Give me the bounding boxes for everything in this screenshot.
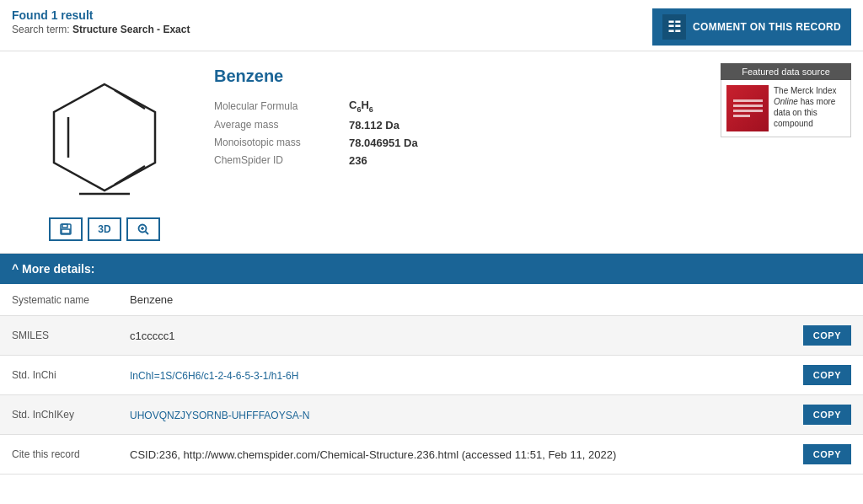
monoisotopic-mass-row: Monoisotopic mass 78.046951 Da [214, 134, 426, 152]
search-term-label: Search term: [12, 24, 70, 35]
structure-tools: 3D [49, 217, 159, 241]
details-table: Systematic nameBenzeneSMILESc1ccccc1COPY… [0, 284, 863, 475]
compound-detail-table: Molecular Formula C6H6 Average mass 78.1… [214, 96, 426, 169]
more-details-section: ^ More details: Systematic nameBenzeneSM… [0, 254, 863, 475]
details-row-value: c1ccccc1 [118, 316, 791, 356]
chemspider-id-value: 236 [349, 152, 426, 169]
save-button[interactable] [49, 217, 83, 241]
details-row: Std. InChIKeyUHOVQNZJYSORNB-UHFFFAOYSA-N… [0, 395, 863, 435]
details-row: Std. InChiInChI=1S/C6H6/c1-2-4-6-5-3-1/h… [0, 356, 863, 395]
featured-box: Featured data source The Merck Index Onl… [721, 63, 851, 241]
details-row-copy: COPY [791, 395, 863, 435]
book-line [733, 110, 763, 112]
details-row-label: Std. InChi [0, 356, 118, 395]
svg-line-9 [145, 232, 148, 235]
benzene-structure [24, 63, 185, 211]
copy-button[interactable]: COPY [803, 405, 851, 425]
book-img-inner [726, 85, 769, 131]
average-mass-value: 78.112 Da [349, 116, 426, 134]
save-icon [59, 223, 72, 236]
details-row-value: CSID:236, http://www.chemspider.com/Chem… [118, 435, 791, 475]
found-result: Found 1 result [12, 8, 190, 22]
benzene-svg [33, 67, 176, 206]
details-row-copy: COPY [791, 356, 863, 395]
details-row-value[interactable]: InChI=1S/C6H6/c1-2-4-6-5-3-1/h1-6H [118, 356, 791, 395]
search-info: Found 1 result Search term: Structure Se… [12, 8, 190, 35]
featured-label: Featured data source [721, 63, 851, 80]
details-row-label: Systematic name [0, 284, 118, 316]
compound-name: Benzene [214, 67, 704, 86]
inchi-link[interactable]: InChI=1S/C6H6/c1-2-4-6-5-3-1/h1-6H [130, 370, 298, 382]
average-mass-row: Average mass 78.112 Da [214, 116, 426, 134]
structure-box: 3D [12, 63, 197, 241]
book-line [733, 105, 763, 107]
more-details-title: ^ More details: [12, 262, 94, 276]
chemspider-id-row: ChemSpider ID 236 [214, 152, 426, 169]
svg-line-2 [115, 90, 145, 109]
svg-rect-6 [62, 224, 67, 228]
details-row-copy: COPY [791, 435, 863, 475]
search-term-value: Structure Search - Exact [72, 24, 190, 35]
comment-button[interactable]: ☷ COMMENT ON THIS RECORD [652, 8, 851, 46]
details-row-label: SMILES [0, 316, 118, 356]
monoisotopic-mass-label: Monoisotopic mass [214, 134, 349, 152]
search-zoom-button[interactable] [126, 217, 160, 241]
book-line [733, 99, 763, 102]
book-lines [733, 99, 763, 117]
molecular-formula-label: Molecular Formula [214, 96, 349, 116]
compound-details: Benzene Molecular Formula C6H6 Average m… [214, 63, 704, 241]
search-zoom-icon [137, 223, 150, 236]
details-row-copy: COPY [791, 316, 863, 356]
more-details-header[interactable]: ^ More details: [0, 254, 863, 284]
molecular-formula-row: Molecular Formula C6H6 [214, 96, 426, 116]
inchi-link[interactable]: UHOVQNZJYSORNB-UHFFFAOYSA-N [130, 410, 309, 421]
comment-doc-icon: ☷ [662, 14, 686, 40]
book-line [733, 115, 750, 117]
3d-button[interactable]: 3D [88, 217, 121, 241]
copy-button[interactable]: COPY [803, 444, 851, 464]
details-row-value: Benzene [118, 284, 791, 316]
svg-rect-7 [62, 229, 70, 233]
featured-text: The Merck Index Online has more data on … [774, 85, 845, 129]
details-row: Systematic nameBenzene [0, 284, 863, 316]
molecular-formula-value: C6H6 [349, 96, 426, 116]
details-row: SMILESc1ccccc1COPY [0, 316, 863, 356]
copy-button[interactable]: COPY [803, 365, 851, 385]
details-row-label: Cite this record [0, 435, 118, 475]
details-row-value[interactable]: UHOVQNZJYSORNB-UHFFFAOYSA-N [118, 395, 791, 435]
featured-content[interactable]: The Merck Index Online has more data on … [721, 80, 851, 137]
search-term: Search term: Structure Search - Exact [12, 24, 190, 35]
details-row-copy [791, 284, 863, 316]
monoisotopic-mass-value: 78.046951 Da [349, 134, 426, 152]
compound-section: 3D Benzene Molecular Formula C6H6 Averag… [0, 51, 863, 254]
book-image [726, 85, 769, 131]
chemspider-id-label: ChemSpider ID [214, 152, 349, 169]
3d-label: 3D [98, 223, 110, 235]
comment-btn-label: COMMENT ON THIS RECORD [693, 21, 841, 33]
header-bar: Found 1 result Search term: Structure Se… [0, 0, 863, 51]
svg-line-3 [115, 166, 145, 185]
average-mass-label: Average mass [214, 116, 349, 134]
details-row-label: Std. InChIKey [0, 395, 118, 435]
details-row: Cite this recordCSID:236, http://www.che… [0, 435, 863, 475]
copy-button[interactable]: COPY [803, 325, 851, 346]
